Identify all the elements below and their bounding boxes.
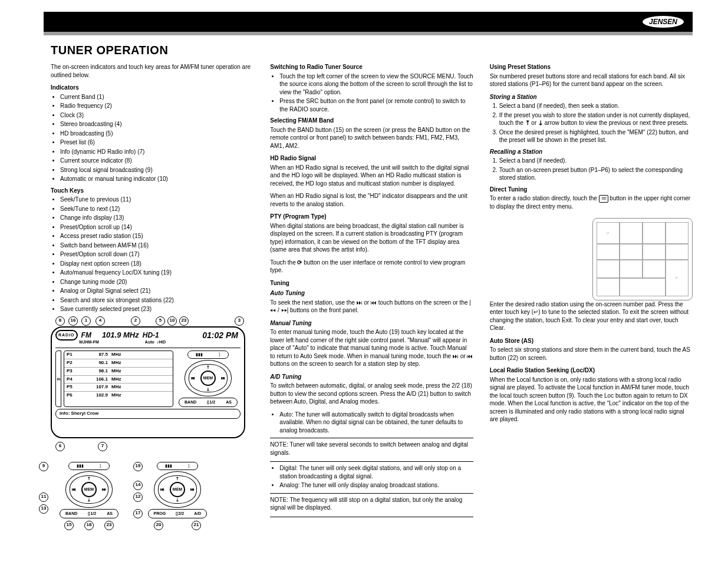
preset-row[interactable]: P5107.9MHz (64, 384, 173, 392)
keypad-key[interactable] (666, 244, 689, 260)
ad-button[interactable]: A/D (194, 511, 201, 516)
antenna-icon[interactable]: ⟆ (100, 463, 101, 468)
page-button[interactable]: ▯2/2 (176, 511, 184, 516)
preset-row[interactable]: P398.1MHz (64, 368, 173, 376)
touchkey-item: Preset/Option scroll up (14) (60, 223, 253, 232)
as-button[interactable]: AS (226, 399, 232, 405)
next-track-icon[interactable]: ⏭ (190, 487, 195, 492)
signal-icon[interactable]: ▮▮▮ (77, 463, 84, 468)
down-arrow-icon[interactable]: ⤓ (206, 386, 210, 392)
radio-screen: RADIO FM 101.9 MHz HD-1 01:02 PM WJHM-FM… (51, 326, 245, 438)
keypad-key[interactable] (620, 244, 643, 260)
band-button[interactable]: BAND (65, 511, 77, 516)
down-arrow-icon[interactable]: ⤓ (176, 497, 179, 503)
prog-button[interactable]: PROG (154, 511, 166, 516)
callout-16: 16 (68, 316, 78, 326)
band-button[interactable]: BAND (185, 399, 196, 405)
keypad-enter[interactable]: ↵ (666, 260, 689, 296)
switch-item: Touch the top left corner of the screen … (279, 72, 473, 97)
indicator-item: Preset list (6) (60, 138, 253, 147)
preset-row[interactable]: P187.5MHz (64, 351, 173, 359)
as-button[interactable]: AS (107, 511, 113, 516)
touchkey-item: Preset/Option scroll down (17) (60, 250, 253, 259)
touchkey-item: Switch band between AM/FM (16) (60, 242, 253, 250)
prev-track-icon[interactable]: ⏮ (191, 375, 195, 381)
mem-button[interactable]: MEM (170, 482, 185, 497)
down-arrow-icon[interactable]: ⤓ (87, 497, 91, 503)
column-3: Using Preset Stations Six numbered prese… (490, 63, 693, 530)
mem-button[interactable]: MEM (81, 482, 97, 497)
keypad-key[interactable] (597, 260, 620, 278)
callout-6: 6 (55, 442, 65, 451)
mini-panel-2: ▮▮▮⟆ MEM ⤒ ⤓ ⏮ ⏭ PROG ▯2/2 (139, 462, 216, 530)
up-arrow-icon[interactable]: ⤒ (206, 365, 210, 370)
keypad-key[interactable] (643, 244, 666, 260)
callout-7: 7 (98, 442, 107, 451)
top-row-buttons[interactable]: ▮▮▮⟆ (187, 351, 229, 359)
store-item: Once the desired preset is highlighted, … (499, 128, 693, 144)
indicator-item: Info (dynamic HD Radio info) (7) (60, 148, 253, 156)
indicator-item: Strong local signal broadcasting (9) (60, 166, 253, 174)
preset-list: P187.5MHz P290.1MHz P398.1MHz P4106.1MHz… (64, 351, 173, 407)
ldx-text: When the Local function is on, only radi… (490, 376, 693, 424)
callout-18: 18 (84, 521, 94, 530)
callout-11: 11 (39, 492, 48, 502)
keypad-exit[interactable] (597, 278, 620, 296)
info-bar[interactable]: Info: Sheryl Crow (55, 409, 241, 419)
up-arrow-icon[interactable]: ⤒ (176, 476, 179, 481)
touchkeys-list: Seek/Tune to previous (11) Seek/Tune to … (51, 196, 253, 313)
svg-text:JENSEN: JENSEN (649, 18, 677, 26)
bottom-row-buttons: BAND ▯1/2 AS (60, 509, 118, 518)
callout-1: 1 (81, 316, 91, 326)
ad-item: Auto: The tuner will automatically switc… (279, 411, 473, 435)
signal-icon[interactable]: ▮▮▮ (165, 463, 172, 468)
callout-2: 2 (131, 316, 140, 326)
store-item: If the preset you wish to store the stat… (499, 111, 693, 127)
pty-heading: PTY (Program Type) (270, 213, 473, 221)
prev-track-icon[interactable]: ⏮ (160, 487, 164, 492)
callout-23: 23 (179, 316, 189, 326)
note2: NOTE: The frequency will still stop on a… (270, 496, 473, 512)
touchkey-item: Change info display (13) (60, 214, 253, 222)
antenna-icon[interactable]: ⟆ (219, 352, 220, 357)
indicator-item: HD broadcasting (5) (60, 130, 253, 138)
keypad-key[interactable] (597, 244, 620, 260)
mini-panel-1: 9 11 13 19 14 12 17 ▮▮▮⟆ MEM ⤒ ⤓ (51, 462, 127, 530)
side-tab[interactable]: ≣ (55, 351, 61, 407)
up-arrow-icon[interactable]: ⤒ (87, 476, 91, 481)
page-button[interactable]: ▯1/2 (88, 511, 96, 516)
keypad-zero[interactable] (620, 278, 666, 296)
keypad-key[interactable] (643, 260, 666, 278)
touchkey-item: Access preset radio station (15) (60, 232, 253, 240)
recall-item: Select a band (if needed). (499, 157, 693, 165)
preset-row[interactable]: P6102.9MHz (64, 392, 173, 399)
page-button[interactable]: ▯1/2 (207, 399, 215, 405)
callout-23b: 23 (104, 521, 114, 530)
prev-track-icon[interactable]: ⏮ (72, 487, 76, 492)
mem-button[interactable]: MEM (200, 371, 216, 386)
note: NOTE: Tuner will take several seconds to… (270, 441, 473, 457)
divider (270, 461, 473, 462)
signal-text2: When an HD Radio signal is lost, the "HD… (270, 192, 473, 208)
top-row-buttons[interactable]: ▮▮▮⟆ (157, 462, 198, 470)
keypad-key[interactable] (643, 222, 666, 244)
signal-icon[interactable]: ▮▮▮ (196, 352, 203, 357)
keypad-key[interactable] (620, 260, 643, 278)
keypad-key[interactable] (620, 222, 643, 244)
band-heading: Selecting FM/AM Band (270, 117, 473, 125)
indicator-item: Automatic or manual tuning indicator (10… (60, 175, 253, 183)
source-indicator[interactable]: RADIO (55, 330, 78, 340)
touchkey-item: Display next option screen (18) (60, 260, 253, 268)
preset-row[interactable]: P290.1MHz (64, 359, 173, 368)
keypad-key[interactable] (666, 222, 689, 244)
top-row-buttons[interactable]: ▮▮▮⟆ (68, 462, 110, 470)
callout-4: 4 (95, 316, 105, 326)
ad-list: Auto: The tuner will automatically switc… (270, 411, 473, 435)
keypad-key[interactable]: ☞ (597, 222, 620, 244)
manual-text: To enter manual tuning mode, touch the A… (270, 328, 473, 368)
next-track-icon[interactable]: ⏭ (102, 487, 106, 492)
callout-9: 9 (39, 462, 48, 471)
preset-row[interactable]: P4106.1MHz (64, 376, 173, 384)
antenna-icon[interactable]: ⟆ (188, 463, 190, 468)
next-track-icon[interactable]: ⏭ (221, 375, 225, 381)
